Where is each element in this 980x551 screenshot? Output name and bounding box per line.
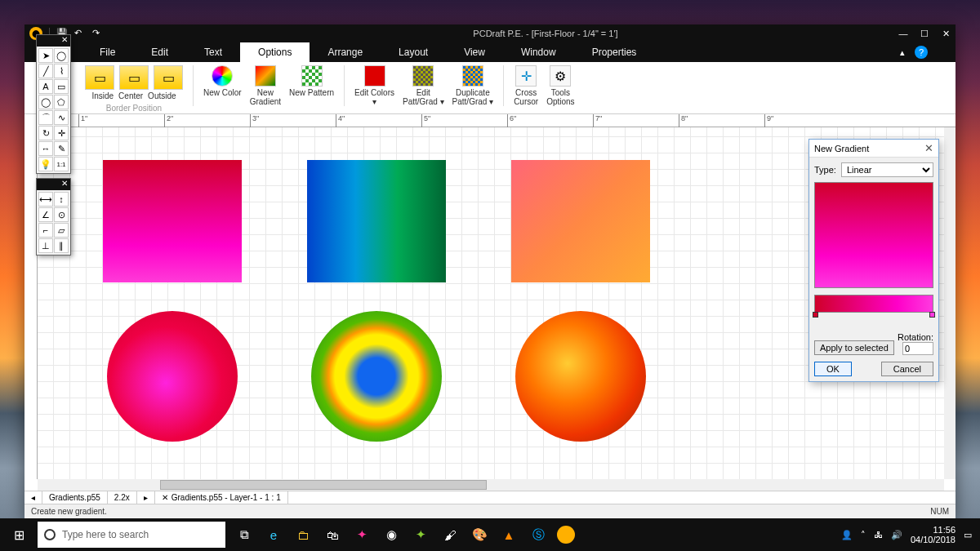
- tool-lasso[interactable]: ◯: [54, 48, 69, 63]
- tray-people-icon[interactable]: 👤: [841, 530, 853, 540]
- scrollbar-horizontal[interactable]: [38, 479, 944, 491]
- dialog-close-icon[interactable]: ✕: [924, 142, 933, 154]
- tool-polyline[interactable]: ⌇: [54, 64, 69, 78]
- tool-measure-v[interactable]: ↕: [54, 192, 69, 207]
- tool-curve[interactable]: ∿: [54, 110, 69, 125]
- shape-circle-1[interactable]: [107, 311, 238, 442]
- zoom-level[interactable]: 2.2x: [108, 491, 137, 504]
- shape-rect-1[interactable]: [103, 160, 242, 282]
- tool-perp[interactable]: ⊥: [38, 238, 53, 253]
- toolbox-close-icon[interactable]: ✕: [61, 35, 68, 47]
- toolbox-secondary[interactable]: ✕ ⟷↕ ∠⊙ ⌐▱ ⊥∥: [36, 178, 71, 256]
- gradient-bar[interactable]: [814, 295, 933, 313]
- shape-rect-2[interactable]: [307, 160, 446, 282]
- document-tab-full[interactable]: Gradients.p55 - Layer-1 - 1 : 1: [172, 493, 281, 502]
- undo-icon[interactable]: ↶: [74, 28, 86, 39]
- app-icon-2[interactable]: ✦: [410, 524, 431, 545]
- tool-pointer[interactable]: ➤: [38, 48, 53, 63]
- border-center-button[interactable]: ▭: [119, 65, 149, 90]
- tool-rect[interactable]: ▭: [54, 79, 69, 94]
- new-gradient-dialog[interactable]: New Gradient ✕ Type: Linear Apply to sel…: [808, 139, 939, 382]
- tool-angle[interactable]: ∠: [38, 207, 53, 222]
- pcdraft-taskbar-icon[interactable]: [557, 526, 575, 544]
- tool-polygon[interactable]: ⬠: [54, 95, 69, 109]
- tool-measure-h[interactable]: ⟷: [38, 192, 53, 207]
- tool-text[interactable]: A: [38, 79, 53, 94]
- tool-ellipse[interactable]: ◯: [38, 95, 53, 109]
- gradient-stop-left[interactable]: [813, 312, 818, 318]
- collapse-ribbon-icon[interactable]: ▴: [900, 47, 905, 58]
- edit-colors-button[interactable]: [364, 65, 385, 87]
- tool-line[interactable]: ╱: [38, 64, 53, 78]
- gradient-stop-right[interactable]: [929, 312, 935, 318]
- app-icon-4[interactable]: 🎨: [469, 524, 490, 545]
- close-tab-icon[interactable]: ✕: [162, 493, 168, 502]
- new-gradient-button[interactable]: [255, 65, 276, 87]
- shape-rect-3[interactable]: [511, 160, 650, 282]
- shape-circle-2[interactable]: [311, 311, 442, 442]
- menu-arrange[interactable]: Arrange: [310, 42, 381, 62]
- redo-icon[interactable]: ↷: [92, 28, 104, 39]
- tool-area[interactable]: ▱: [54, 223, 69, 238]
- store-icon[interactable]: 🛍: [322, 524, 343, 545]
- explorer-icon[interactable]: 🗀: [292, 524, 314, 545]
- close-button[interactable]: ✕: [941, 29, 951, 38]
- tool-arc[interactable]: ⌒: [38, 110, 53, 125]
- tray-network-icon[interactable]: 🖧: [874, 530, 883, 540]
- sheet-tab[interactable]: Gradients.p55: [42, 491, 108, 504]
- new-color-button[interactable]: [212, 65, 233, 87]
- tool-light[interactable]: 💡: [38, 157, 53, 171]
- tray-volume-icon[interactable]: 🔊: [891, 530, 902, 540]
- shape-circle-3[interactable]: [515, 311, 646, 442]
- sheet-nav-left[interactable]: ◂: [24, 491, 42, 504]
- duplicate-pattgrad-button[interactable]: [462, 65, 483, 87]
- maximize-button[interactable]: ☐: [920, 29, 929, 38]
- notifications-icon[interactable]: ▭: [964, 530, 972, 540]
- menu-layout[interactable]: Layout: [381, 42, 446, 62]
- start-button[interactable]: ⊞: [0, 518, 38, 551]
- tool-rotate[interactable]: ↻: [38, 126, 53, 140]
- menu-properties[interactable]: Properties: [574, 42, 655, 62]
- minimize-button[interactable]: —: [898, 29, 908, 38]
- edge-icon[interactable]: e: [263, 524, 284, 545]
- border-inside-button[interactable]: ▭: [85, 65, 114, 90]
- new-pattern-button[interactable]: [301, 65, 323, 87]
- tool-scale[interactable]: 1:1: [54, 157, 69, 171]
- rotation-input[interactable]: [902, 342, 933, 355]
- chrome-icon[interactable]: ◉: [381, 524, 402, 545]
- clock[interactable]: 11:56 04/10/2018: [911, 525, 956, 544]
- apply-to-selected-button[interactable]: Apply to selected: [814, 340, 894, 355]
- cancel-button[interactable]: Cancel: [881, 362, 933, 376]
- border-outside-button[interactable]: ▭: [154, 65, 183, 90]
- menu-window[interactable]: Window: [503, 42, 574, 62]
- tools-options-button[interactable]: ⚙: [550, 65, 571, 87]
- search-box[interactable]: Type here to search: [38, 522, 225, 548]
- menu-file[interactable]: File: [82, 42, 133, 62]
- menu-edit[interactable]: Edit: [133, 42, 186, 62]
- sheet-nav-right[interactable]: ▸: [137, 491, 155, 504]
- tool-radius[interactable]: ⊙: [54, 207, 69, 222]
- app-icon-5[interactable]: ▲: [498, 524, 519, 545]
- toolbox-close-icon[interactable]: ✕: [61, 179, 68, 190]
- app-icon-1[interactable]: ✦: [351, 524, 372, 545]
- tool-parallel[interactable]: ∥: [54, 238, 69, 253]
- edit-pattgrad-button[interactable]: [412, 65, 434, 87]
- toolbox-main[interactable]: ✕ ➤◯ ╱⌇ A▭ ◯⬠ ⌒∿ ↻✛ ↔✎ 💡1:1: [36, 34, 71, 174]
- scrollbar-thumb[interactable]: [160, 480, 487, 490]
- help-icon[interactable]: ?: [915, 46, 928, 59]
- type-select[interactable]: Linear: [841, 162, 933, 177]
- tool-dimension[interactable]: ↔: [38, 141, 53, 156]
- skype-icon[interactable]: Ⓢ: [528, 524, 549, 545]
- ok-button[interactable]: OK: [814, 362, 852, 376]
- cross-cursor-button[interactable]: ✛: [515, 65, 537, 87]
- menu-text[interactable]: Text: [186, 42, 240, 62]
- task-view-icon[interactable]: ⧉: [234, 524, 255, 545]
- scrollbar-vertical[interactable]: [944, 127, 956, 479]
- tool-eyedropper[interactable]: ✎: [54, 141, 69, 156]
- tool-chain[interactable]: ⌐: [38, 223, 53, 238]
- menu-view[interactable]: View: [446, 42, 503, 62]
- app-icon-3[interactable]: 🖌: [439, 524, 461, 545]
- tray-chevron-icon[interactable]: ˄: [861, 530, 866, 540]
- menu-options[interactable]: Options: [240, 42, 310, 62]
- tool-crosshair[interactable]: ✛: [54, 126, 69, 140]
